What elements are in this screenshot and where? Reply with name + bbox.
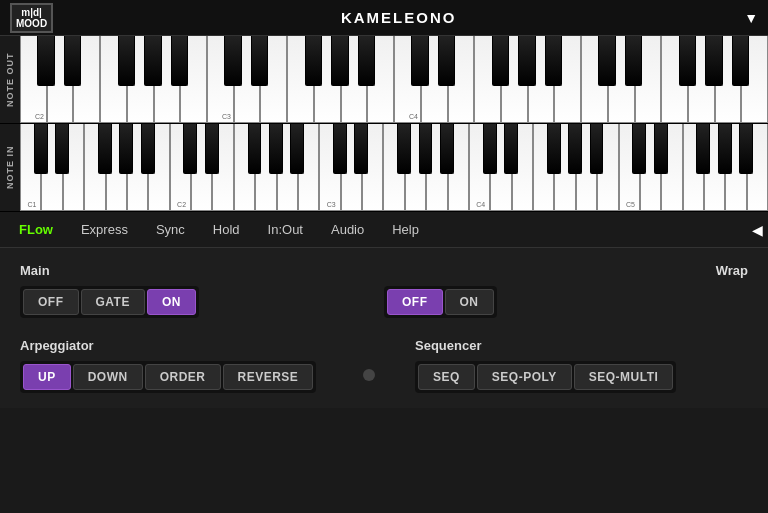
header-dropdown-arrow[interactable]: ▼ bbox=[744, 10, 758, 26]
wrap-section-label: Wrap bbox=[384, 263, 748, 278]
main-on-button[interactable]: ON bbox=[147, 289, 196, 315]
black-key[interactable] bbox=[141, 124, 155, 174]
black-key[interactable] bbox=[333, 124, 347, 174]
note-label: C4 bbox=[409, 113, 418, 120]
black-key[interactable] bbox=[492, 36, 509, 86]
wrap-on-button[interactable]: ON bbox=[445, 289, 494, 315]
black-key[interactable] bbox=[504, 124, 518, 174]
black-key[interactable] bbox=[144, 36, 161, 86]
seq-btn-group: SEQ SEQ-POLY SEQ-MULTI bbox=[415, 361, 676, 393]
black-key[interactable] bbox=[290, 124, 304, 174]
seq-poly-button[interactable]: SEQ-POLY bbox=[477, 364, 572, 390]
wrap-off-button[interactable]: OFF bbox=[387, 289, 443, 315]
black-key[interactable] bbox=[440, 124, 454, 174]
black-key[interactable] bbox=[34, 124, 48, 174]
tab-sync[interactable]: Sync bbox=[142, 217, 199, 242]
header: m|d| MOOD KAMELEONO ▼ bbox=[0, 0, 768, 36]
arp-section: Arpeggiator UP DOWN ORDER REVERSE bbox=[20, 338, 353, 393]
black-key[interactable] bbox=[696, 124, 710, 174]
black-key[interactable] bbox=[411, 36, 428, 86]
arp-reverse-button[interactable]: REVERSE bbox=[223, 364, 314, 390]
main-section-label: Main bbox=[20, 263, 384, 278]
nav-arrow[interactable]: ◀ bbox=[752, 222, 763, 238]
black-key[interactable] bbox=[305, 36, 322, 86]
note-label: C2 bbox=[177, 201, 186, 208]
black-key[interactable] bbox=[732, 36, 749, 86]
black-key[interactable] bbox=[739, 124, 753, 174]
note-label: C3 bbox=[222, 113, 231, 120]
black-key[interactable] bbox=[679, 36, 696, 86]
black-key[interactable] bbox=[183, 124, 197, 174]
tab-hold[interactable]: Hold bbox=[199, 217, 254, 242]
arp-order-button[interactable]: ORDER bbox=[145, 364, 221, 390]
black-key[interactable] bbox=[354, 124, 368, 174]
black-key[interactable] bbox=[269, 124, 283, 174]
note-label: C1 bbox=[27, 201, 36, 208]
black-key[interactable] bbox=[224, 36, 241, 86]
note-out-keyboard-row: NOTE OUT C2C3C4 bbox=[0, 36, 768, 124]
nav-bar: FLow Express Sync Hold In:Out Audio Help… bbox=[0, 212, 768, 248]
black-key[interactable] bbox=[55, 124, 69, 174]
black-key[interactable] bbox=[518, 36, 535, 86]
main-off-button[interactable]: OFF bbox=[23, 289, 79, 315]
arp-section-label: Arpeggiator bbox=[20, 338, 353, 353]
bottom-sections: Arpeggiator UP DOWN ORDER REVERSE Sequen… bbox=[20, 338, 748, 393]
black-key[interactable] bbox=[37, 36, 54, 86]
note-out-label: NOTE OUT bbox=[0, 36, 20, 123]
black-key[interactable] bbox=[358, 36, 375, 86]
black-key[interactable] bbox=[545, 36, 562, 86]
black-key[interactable] bbox=[705, 36, 722, 86]
black-key[interactable] bbox=[98, 124, 112, 174]
mode-dot bbox=[363, 369, 375, 381]
black-key[interactable] bbox=[632, 124, 646, 174]
black-key[interactable] bbox=[547, 124, 561, 174]
arp-btn-group: UP DOWN ORDER REVERSE bbox=[20, 361, 316, 393]
black-key[interactable] bbox=[654, 124, 668, 174]
note-in-label: NOTE IN bbox=[0, 124, 20, 211]
note-label: C4 bbox=[476, 201, 485, 208]
black-key[interactable] bbox=[331, 36, 348, 86]
logo: m|d| MOOD bbox=[10, 3, 53, 33]
black-key[interactable] bbox=[205, 124, 219, 174]
tab-inout[interactable]: In:Out bbox=[254, 217, 317, 242]
black-key[interactable] bbox=[438, 36, 455, 86]
note-out-piano[interactable]: C2C3C4 bbox=[20, 36, 768, 123]
seq-section-label: Sequencer bbox=[415, 338, 748, 353]
black-key[interactable] bbox=[397, 124, 411, 174]
black-key[interactable] bbox=[483, 124, 497, 174]
black-key[interactable] bbox=[64, 36, 81, 86]
main-btn-group: OFF GATE ON bbox=[20, 286, 199, 318]
black-key[interactable] bbox=[625, 36, 642, 86]
seq-button[interactable]: SEQ bbox=[418, 364, 475, 390]
logo-box: m|d| MOOD bbox=[10, 3, 53, 33]
note-label: C5 bbox=[626, 201, 635, 208]
note-in-keyboard-row: NOTE IN C1C2C3C4C5 bbox=[0, 124, 768, 212]
black-key[interactable] bbox=[119, 124, 133, 174]
tab-express[interactable]: Express bbox=[67, 217, 142, 242]
wrap-section: Wrap OFF ON bbox=[384, 263, 748, 318]
black-key[interactable] bbox=[248, 124, 262, 174]
wrap-btn-group: OFF ON bbox=[384, 286, 497, 318]
seq-section: Sequencer SEQ SEQ-POLY SEQ-MULTI bbox=[415, 338, 748, 393]
arp-up-button[interactable]: UP bbox=[23, 364, 71, 390]
note-label: C3 bbox=[327, 201, 336, 208]
tab-help[interactable]: Help bbox=[378, 217, 433, 242]
main-gate-button[interactable]: GATE bbox=[81, 289, 145, 315]
black-key[interactable] bbox=[419, 124, 433, 174]
arp-down-button[interactable]: DOWN bbox=[73, 364, 143, 390]
tab-flow[interactable]: FLow bbox=[5, 217, 67, 242]
main-section: Main OFF GATE ON bbox=[20, 263, 384, 318]
black-key[interactable] bbox=[118, 36, 135, 86]
seq-multi-button[interactable]: SEQ-MULTI bbox=[574, 364, 674, 390]
black-key[interactable] bbox=[598, 36, 615, 86]
black-key[interactable] bbox=[568, 124, 582, 174]
black-key[interactable] bbox=[251, 36, 268, 86]
note-label: C2 bbox=[35, 113, 44, 120]
black-key[interactable] bbox=[171, 36, 188, 86]
note-in-piano[interactable]: C1C2C3C4C5 bbox=[20, 124, 768, 211]
main-content: Main OFF GATE ON Wrap OFF ON Arpeggiator bbox=[0, 248, 768, 408]
top-sections: Main OFF GATE ON Wrap OFF ON bbox=[20, 263, 748, 318]
black-key[interactable] bbox=[718, 124, 732, 174]
black-key[interactable] bbox=[590, 124, 604, 174]
tab-audio[interactable]: Audio bbox=[317, 217, 378, 242]
